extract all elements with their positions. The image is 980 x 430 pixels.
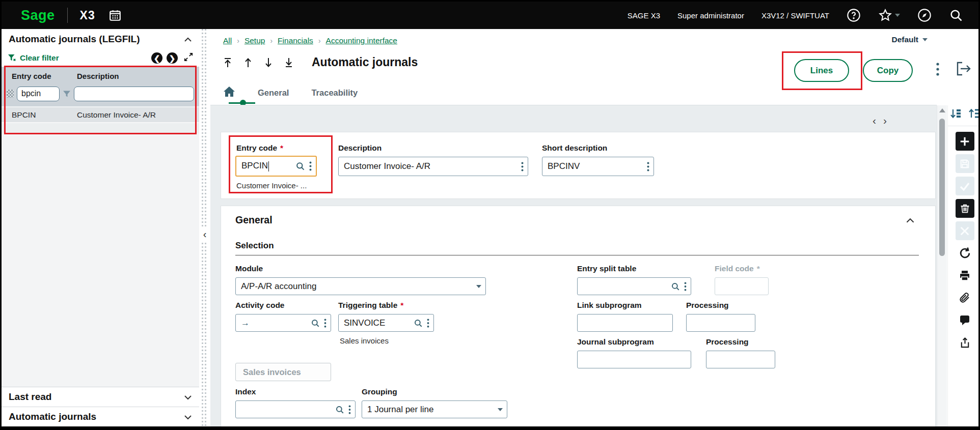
sage-logo[interactable]: Sage (21, 8, 55, 23)
collapse-panel-icon[interactable]: ‹ (200, 226, 209, 242)
entry-split-table-label: Entry split table (577, 264, 636, 273)
comments-button[interactable] (956, 311, 974, 330)
grouping-select[interactable]: 1 Journal per line (362, 400, 507, 418)
field-actions-icon[interactable] (348, 405, 351, 414)
next-record-icon[interactable]: ❯ (167, 52, 178, 64)
triggering-table-helper: Sales invoices (340, 336, 389, 345)
chevron-down-icon (184, 391, 192, 403)
page-prev-icon[interactable]: ‹ (873, 114, 883, 126)
lookup-search-icon[interactable] (335, 405, 344, 414)
index-input[interactable] (235, 400, 356, 418)
view-selector[interactable]: Default (891, 35, 928, 44)
navigation-compass-icon[interactable] (917, 8, 932, 22)
environment-label[interactable]: X3V12 / SWIFTUAT (761, 11, 829, 20)
lookup-search-icon[interactable] (414, 319, 423, 328)
column-header-entry-code[interactable]: Entry code (2, 72, 69, 80)
module-select[interactable]: A/P-A/R accounting (235, 277, 486, 295)
chevron-down-icon (476, 285, 481, 288)
description-filter-input[interactable] (74, 87, 194, 101)
required-asterisk: * (757, 264, 760, 273)
processing-link-input[interactable] (686, 314, 755, 332)
vertical-scrollbar[interactable] (937, 105, 947, 426)
breadcrumb-accounting-interface[interactable]: Accounting interface (326, 36, 397, 45)
app-window: Sage X3 SAGE X3 Super administrator X3V1… (0, 0, 980, 430)
new-record-button[interactable] (956, 132, 974, 151)
tab-traceability[interactable]: Traceability (311, 88, 358, 98)
field-actions-icon[interactable] (647, 162, 649, 171)
left-panel-title[interactable]: Automatic journals (LEGFIL) (2, 29, 199, 49)
top-bar: Sage X3 SAGE X3 Super administrator X3V1… (2, 2, 978, 29)
short-description-input[interactable]: BPCINV (542, 157, 654, 176)
help-icon[interactable] (847, 8, 861, 22)
view-selector-value: Default (891, 35, 918, 44)
first-record-icon[interactable] (223, 57, 232, 68)
link-subprogram-input[interactable] (577, 314, 673, 332)
expand-panel-icon[interactable] (184, 52, 193, 64)
triggering-table-input[interactable]: SINVOICE (338, 314, 434, 332)
page-next-icon[interactable]: › (883, 114, 894, 126)
entry-split-table-input[interactable] (577, 277, 691, 295)
expand-all-sections-icon[interactable] (949, 107, 962, 122)
collapse-section-icon[interactable] (906, 216, 915, 225)
delete-button[interactable] (956, 199, 974, 218)
last-record-icon[interactable] (284, 57, 293, 68)
record-pagination[interactable]: ‹› (873, 114, 894, 127)
tab-home-icon[interactable] (223, 86, 235, 99)
panel-splitter[interactable]: ‹ (199, 29, 210, 426)
refresh-button[interactable] (956, 244, 974, 263)
short-description-label: Short description (542, 144, 607, 153)
grouping-label: Grouping (362, 387, 397, 396)
main-area: All › Setup › Financials › Accounting in… (210, 29, 978, 426)
scroll-up-icon[interactable] (939, 108, 945, 112)
previous-record-icon[interactable] (243, 57, 253, 68)
entry-code-input[interactable]: BPCIN (235, 156, 317, 177)
copy-button[interactable]: Copy (863, 59, 913, 82)
favorites-star-icon[interactable] (878, 8, 900, 22)
activity-code-input[interactable]: → (235, 314, 331, 332)
field-code-label: Field code (715, 264, 754, 273)
print-button[interactable] (956, 266, 974, 285)
lookup-search-icon[interactable] (295, 161, 305, 171)
sidebar-section-last-read[interactable]: Last read (2, 387, 199, 407)
description-input[interactable]: Customer Invoice- A/R (338, 157, 528, 176)
lines-button[interactable]: Lines (794, 59, 849, 82)
more-actions-icon[interactable] (936, 62, 940, 79)
field-actions-icon[interactable] (324, 319, 326, 328)
entry-code-filter-value: bpcin (21, 89, 41, 98)
clear-filter-button[interactable]: Clear filter (8, 53, 59, 63)
funnel-icon[interactable] (63, 90, 71, 98)
chevron-up-icon[interactable] (184, 34, 192, 45)
sidebar-section-automatic-journals[interactable]: Automatic journals (2, 407, 199, 426)
breadcrumb-separator: › (270, 37, 273, 45)
field-actions-icon[interactable] (427, 319, 429, 328)
processing-journal-input[interactable] (706, 351, 775, 368)
field-code-input (715, 277, 769, 295)
attachments-button[interactable] (956, 289, 974, 307)
breadcrumb-financials[interactable]: Financials (278, 36, 313, 45)
favorites-dropdown-icon[interactable] (895, 14, 900, 17)
journal-subprogram-input[interactable] (577, 351, 691, 368)
lookup-search-icon[interactable] (671, 282, 680, 291)
lookup-search-icon[interactable] (311, 319, 320, 328)
entry-code-filter-input[interactable]: bpcin (17, 87, 60, 101)
tab-general[interactable]: General (258, 88, 289, 98)
current-user[interactable]: Super administrator (677, 11, 744, 20)
breadcrumb-setup[interactable]: Setup (244, 36, 265, 45)
share-button[interactable] (956, 333, 974, 352)
sales-invoices-button[interactable]: Sales invoices (235, 363, 331, 381)
field-actions-icon[interactable] (684, 282, 687, 291)
collapse-all-sections-icon[interactable] (968, 107, 980, 122)
scrollbar-thumb[interactable] (939, 119, 945, 256)
field-actions-icon[interactable] (309, 161, 312, 171)
table-row[interactable]: BPCIN Customer Invoice- A/R (2, 106, 199, 122)
field-actions-icon[interactable] (521, 162, 524, 171)
selection-divider (235, 255, 919, 255)
prev-record-icon[interactable]: ❮ (151, 52, 162, 64)
column-header-description[interactable]: Description (69, 72, 119, 80)
row-entry-code: BPCIN (2, 110, 69, 120)
search-icon[interactable] (949, 8, 963, 22)
next-record-icon[interactable] (264, 57, 273, 68)
calendar-icon[interactable] (108, 9, 122, 22)
exit-icon[interactable] (955, 61, 972, 79)
breadcrumb-all[interactable]: All (223, 36, 232, 45)
